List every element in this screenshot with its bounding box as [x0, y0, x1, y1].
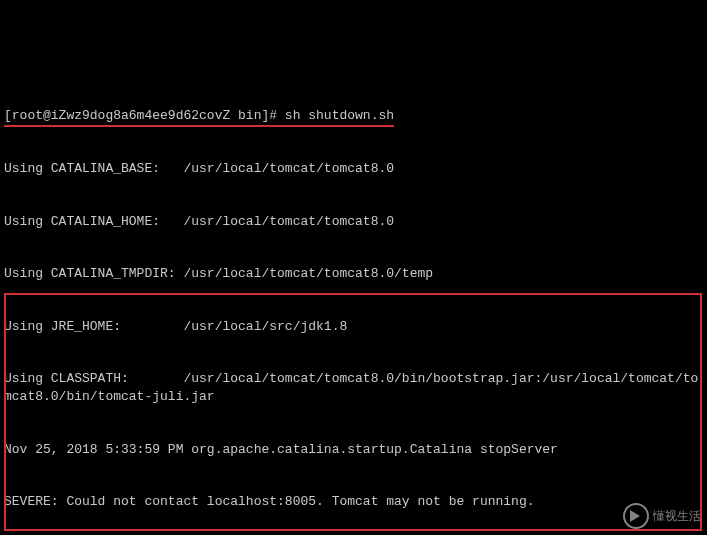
- watermark: 懂视生活: [623, 503, 701, 529]
- log-line: Nov 25, 2018 5:33:59 PM org.apache.catal…: [4, 441, 703, 459]
- env-line: Using CLASSPATH: /usr/local/tomcat/tomca…: [4, 370, 703, 405]
- log-line: SEVERE: Could not contact localhost:8005…: [4, 493, 703, 511]
- env-line: Using CATALINA_BASE: /usr/local/tomcat/t…: [4, 160, 703, 178]
- prompt-command: sh shutdown.sh: [285, 108, 394, 123]
- prompt-user-host: [root@iZwz9dog8a6m4ee9d62covZ bin]#: [4, 108, 277, 123]
- terminal-output[interactable]: [root@iZwz9dog8a6m4ee9d62covZ bin]# sh s…: [0, 70, 707, 535]
- env-line: Using CATALINA_HOME: /usr/local/tomcat/t…: [4, 213, 703, 231]
- prompt-line: [root@iZwz9dog8a6m4ee9d62covZ bin]# sh s…: [4, 107, 703, 125]
- watermark-text: 懂视生活: [653, 508, 701, 524]
- play-icon: [623, 503, 649, 529]
- env-line: Using JRE_HOME: /usr/local/src/jdk1.8: [4, 318, 703, 336]
- env-line: Using CATALINA_TMPDIR: /usr/local/tomcat…: [4, 265, 703, 283]
